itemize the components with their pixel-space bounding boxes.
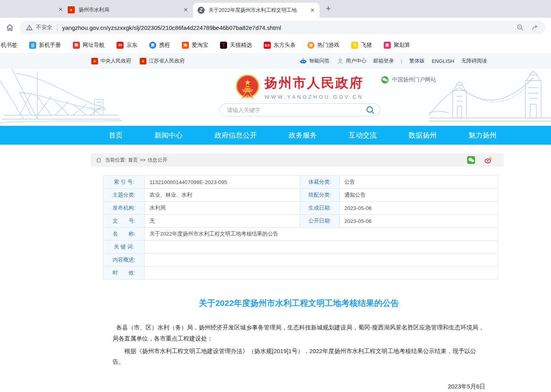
browser-tab-active-announcement[interactable]: Z 关于2022年度扬州市水利工程文明工地 ✕ bbox=[193, 3, 320, 18]
eastday-icon: 东方 bbox=[264, 42, 271, 49]
divider bbox=[57, 24, 57, 31]
breadcrumb-section-link[interactable]: 信息公开 bbox=[148, 157, 167, 164]
address-bar-row: 不安全 yangzhou.gov.cn/yzszxxgk/slj/202305/… bbox=[0, 18, 551, 37]
bookmark-label: 新机手册 bbox=[39, 42, 61, 49]
national-emblem-icon bbox=[235, 75, 260, 100]
ctrip-icon: 携 bbox=[149, 42, 156, 49]
bookmark-jd[interactable]: JD京东 bbox=[116, 42, 137, 49]
gov-emblem-icon: ★ bbox=[91, 58, 98, 64]
bookmark-mobile[interactable]: 机书签 bbox=[1, 42, 17, 49]
meta-value-agency: 水利局 bbox=[145, 202, 300, 215]
close-icon[interactable]: ✕ bbox=[58, 7, 63, 12]
nav-item-interaction[interactable]: 互动交流 bbox=[348, 131, 377, 140]
bookmark-juhuasuan[interactable]: 聚聚划算 bbox=[384, 42, 410, 49]
meta-row: 内容概述: bbox=[104, 254, 498, 267]
url-bar[interactable]: 不安全 yangzhou.gov.cn/yzszxxgk/slj/202305/… bbox=[20, 21, 545, 34]
search-icon[interactable] bbox=[366, 105, 375, 115]
main-navigation: 首页 新闻中心 政府信息公开 政务服务 互动交流 数据扬州 魅力扬州 bbox=[0, 126, 551, 145]
close-icon[interactable]: ✕ bbox=[183, 7, 188, 13]
mail-login-link[interactable]: 邮箱登录 bbox=[373, 57, 394, 64]
close-icon[interactable]: ✕ bbox=[310, 7, 315, 13]
nav-item-charm[interactable]: 魅力扬州 bbox=[468, 131, 497, 140]
user-icon bbox=[337, 58, 344, 64]
nav-item-services[interactable]: 政务服务 bbox=[288, 131, 317, 140]
breadcrumb-location-label: 当前位置: bbox=[105, 157, 126, 164]
meta-value-validity bbox=[145, 267, 498, 280]
nav-item-news[interactable]: 新闻中心 bbox=[154, 131, 183, 140]
new-tab-button[interactable]: + bbox=[326, 4, 331, 14]
site-nav-icon: 网 bbox=[73, 42, 80, 49]
bookmark-ctrip[interactable]: 携携程 bbox=[149, 42, 170, 49]
meta-label: 体裁分类: bbox=[300, 176, 340, 189]
user-center-link[interactable]: 用户中心 bbox=[337, 57, 366, 64]
meta-label: 发布机构: bbox=[104, 202, 145, 215]
home-icon[interactable] bbox=[6, 23, 14, 32]
meta-row: 发布机构: 水利局 生成日期: 2023-05-06 bbox=[104, 202, 498, 215]
bookmark-nav-site[interactable]: 网网址导航 bbox=[73, 42, 105, 49]
accessibility-link[interactable]: 无障碍阅读 bbox=[461, 57, 487, 64]
nav-item-data[interactable]: 数据扬州 bbox=[409, 131, 437, 140]
breadcrumb-separator: >> bbox=[140, 157, 146, 163]
meta-value-topic: 农业、林业、水利 bbox=[145, 189, 300, 202]
meta-value-genre: 公告 bbox=[340, 176, 498, 189]
bookmark-label: 东方头条 bbox=[274, 42, 296, 49]
meta-value-group: 通知公告 bbox=[340, 189, 498, 202]
bookmark-label: 网址导航 bbox=[83, 42, 105, 49]
site-name: 扬州市人民政府 bbox=[264, 74, 364, 92]
meta-label: 时 效: bbox=[104, 267, 145, 280]
bookmark-label: 天猫精选 bbox=[230, 42, 252, 49]
tab-title: 扬州市水利局 bbox=[79, 6, 179, 13]
meta-row: 索 引 号: 11321000014407098E-2023-095 体裁分类:… bbox=[104, 176, 498, 189]
share-icon[interactable] bbox=[531, 24, 539, 31]
nav-item-gov-info[interactable]: 政府信息公开 bbox=[214, 131, 257, 140]
meta-row: 名 称: 关于2022年度扬州市水利工程文明工地考核结果的公告 bbox=[104, 228, 498, 241]
link-central-government[interactable]: ★ 中央人民政府 bbox=[91, 57, 131, 64]
site-logo[interactable]: 扬州市人民政府 WWW.YANGZHOU.GOV.CN bbox=[235, 74, 364, 100]
article: 关于2022年度扬州市水利工程文明工地考核结果的公告 各县（市、区）水利（务）局… bbox=[91, 280, 504, 392]
portal-tag[interactable]: 中国扬州门户网站 bbox=[381, 76, 436, 84]
bookmark-taobao[interactable]: 淘爱淘宝 bbox=[182, 42, 208, 49]
bookmark-label: 爱淘宝 bbox=[192, 42, 208, 49]
url-text[interactable]: yangzhou.gov.cn/yzszxxgk/slj/202305/210c… bbox=[62, 24, 512, 31]
traditional-chinese-link[interactable]: 繁体版 bbox=[409, 57, 425, 64]
bookmark-tmall[interactable]: T天猫精选 bbox=[220, 42, 252, 49]
user-center-label: 用户中心 bbox=[346, 57, 366, 64]
english-link[interactable]: ENGLISH bbox=[432, 58, 454, 64]
meta-row: 主题分类: 农业、林业、水利 组配分类: 通知公告 bbox=[104, 189, 498, 202]
site-search[interactable] bbox=[220, 103, 380, 116]
link-jiangsu-government[interactable]: ★ 江苏省人民政府 bbox=[140, 57, 185, 64]
smart-qa-label: 智能问答 bbox=[309, 57, 330, 64]
wechat-icon bbox=[381, 76, 389, 84]
meta-value-created-date: 2023-05-06 bbox=[340, 202, 498, 215]
browser-tab-shuiliju[interactable]: ★ 扬州市水利局 ✕ bbox=[63, 3, 193, 17]
smart-qa-link[interactable]: 智能问答 bbox=[300, 57, 330, 65]
breadcrumb-home-link[interactable]: 首页 bbox=[128, 157, 138, 164]
bookmark-games[interactable]: 游热门游戏 bbox=[307, 42, 339, 49]
gov-link-label: 江苏省人民政府 bbox=[149, 57, 185, 64]
article-date: 2023年5月6日 bbox=[113, 383, 485, 390]
bookmark-fliggy[interactable]: 飞飞猪 bbox=[351, 42, 372, 49]
not-secure-warning-icon bbox=[26, 24, 33, 31]
meta-row: 时 效: bbox=[104, 267, 498, 280]
article-paragraph: 各县（市、区）水利（务）局，扬州经济开发区城乡事务管理局，生态科技新城规划建设局… bbox=[113, 322, 485, 344]
divider: | bbox=[401, 58, 402, 64]
search-input[interactable] bbox=[227, 107, 366, 113]
wechat-share-icon[interactable] bbox=[467, 156, 475, 164]
site-header: 扬州市人民政府 WWW.YANGZHOU.GOV.CN 中国扬州门户网站 bbox=[0, 69, 551, 126]
meta-value-index-number: 11321000014407098E-2023-095 bbox=[145, 176, 300, 189]
zoom-out-icon[interactable] bbox=[516, 24, 524, 31]
fliggy-icon: 飞 bbox=[351, 42, 358, 49]
breadcrumb: 当前位置: 首页 >> 信息公开 bbox=[91, 153, 504, 167]
bookmark-label: 聚划算 bbox=[394, 42, 410, 49]
bookmarks-bar: 机书签 ≣新机手册 网网址导航 JD京东 携携程 淘爱淘宝 T天猫精选 东方东方… bbox=[0, 37, 551, 53]
bookmark-manual[interactable]: ≣新机手册 bbox=[29, 42, 61, 49]
taobao-icon: 淘 bbox=[182, 42, 189, 49]
meta-label: 生成日期: bbox=[300, 202, 340, 215]
weibo-share-icon[interactable] bbox=[484, 156, 493, 164]
nav-item-home[interactable]: 首页 bbox=[109, 131, 123, 140]
meta-label: 公开日期: bbox=[300, 215, 340, 228]
article-paragraph: 根据《扬州市水利工程文明工地建设管理办法》（扬水规[2019]1号），2022年… bbox=[113, 346, 485, 368]
bookmark-eastday[interactable]: 东方东方头条 bbox=[264, 42, 296, 49]
site-domain: WWW.YANGZHOU.GOV.CN bbox=[264, 94, 364, 100]
meta-label: 内容概述: bbox=[104, 254, 145, 267]
